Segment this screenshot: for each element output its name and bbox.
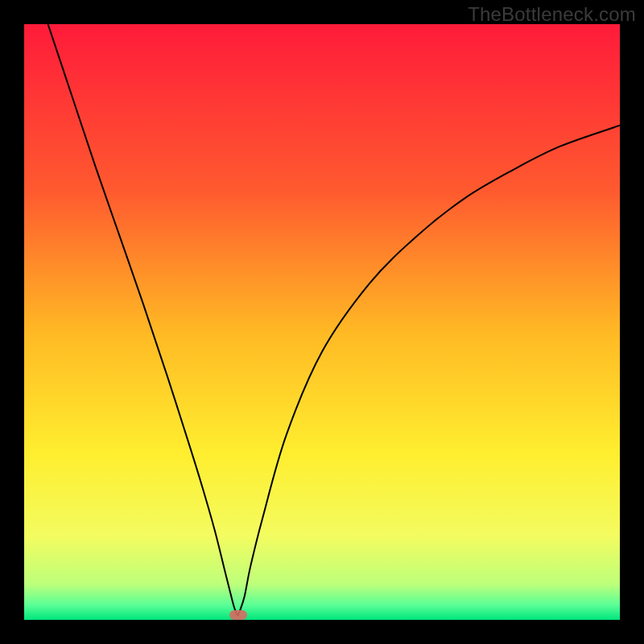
chart-plot <box>24 24 620 620</box>
watermark-text: TheBottleneck.com <box>468 3 636 26</box>
chart-background <box>24 24 620 620</box>
chart-frame: TheBottleneck.com <box>0 0 644 644</box>
optimum-marker <box>229 610 247 620</box>
